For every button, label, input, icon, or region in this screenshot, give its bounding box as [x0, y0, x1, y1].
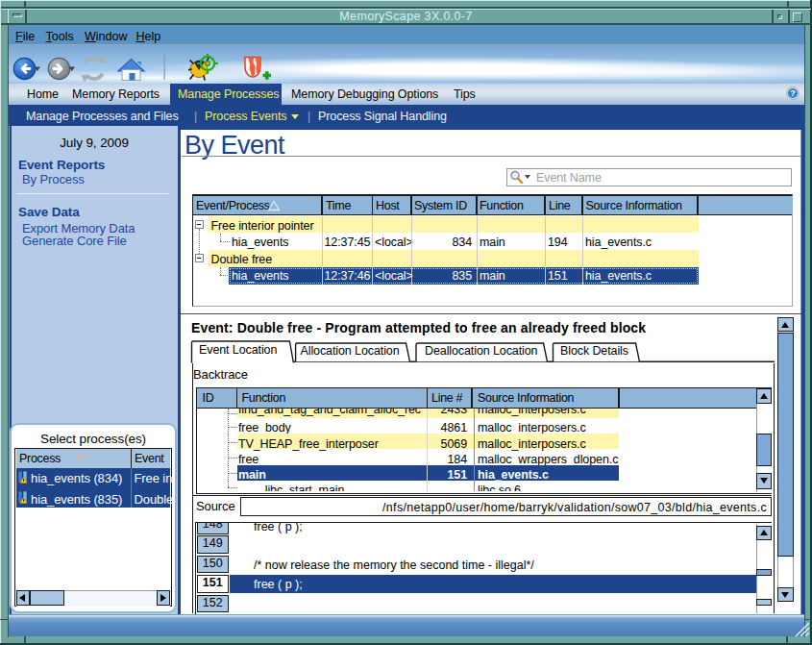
svg-text:?: ?: [790, 88, 796, 98]
